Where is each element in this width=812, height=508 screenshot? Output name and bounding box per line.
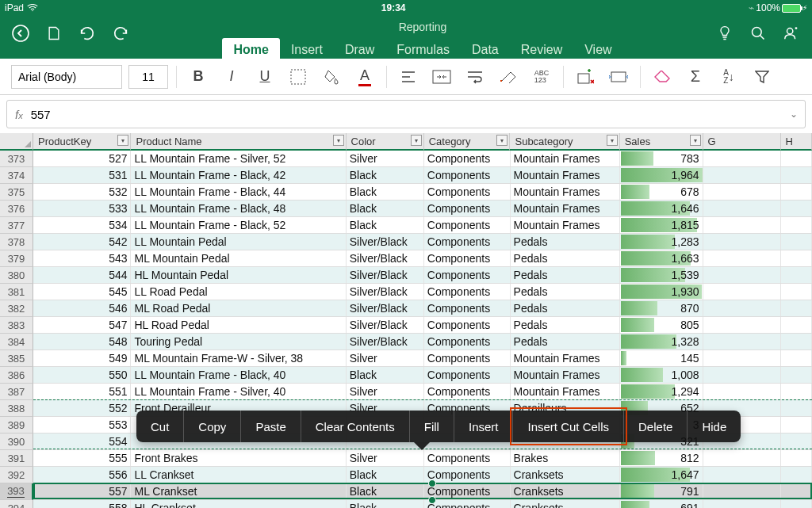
table-row[interactable]: 551LL Mountain Frame - Silver, 40SilverC… <box>33 384 812 400</box>
cell[interactable] <box>703 201 781 216</box>
cell[interactable]: Components <box>424 334 511 349</box>
cell[interactable]: 546 <box>33 300 131 316</box>
borders-button[interactable] <box>285 63 312 90</box>
cell[interactable]: Silver/Black <box>347 234 424 250</box>
undo-button[interactable] <box>78 24 97 43</box>
cell[interactable]: Cranksets <box>511 483 620 499</box>
table-row[interactable]: 548Touring PedalSilver/BlackComponentsPe… <box>33 334 812 350</box>
cell[interactable]: Silver <box>347 384 424 399</box>
row-header[interactable]: 386 <box>0 367 33 384</box>
cell[interactable] <box>781 167 812 183</box>
cell[interactable] <box>703 467 781 483</box>
table-row[interactable]: 534LL Mountain Frame - Black, 52BlackCom… <box>33 217 812 234</box>
cell[interactable]: Pedals <box>511 334 620 349</box>
cell[interactable]: 812 <box>620 450 703 466</box>
table-row[interactable]: 527LL Mountain Frame - Silver, 52SilverC… <box>33 151 812 167</box>
cell[interactable]: LL Mountain Frame - Black, 42 <box>131 167 346 183</box>
cell[interactable] <box>781 267 812 283</box>
redo-button[interactable] <box>111 24 130 43</box>
cell[interactable]: Mountain Frames <box>511 167 620 183</box>
cell[interactable]: 791 <box>620 483 703 499</box>
row-header[interactable]: 391 <box>0 450 33 467</box>
cell[interactable]: Components <box>424 384 511 399</box>
cell[interactable] <box>703 384 781 399</box>
column-header[interactable]: Sales▾ <box>620 133 703 151</box>
cell[interactable]: 533 <box>33 201 131 216</box>
cell[interactable] <box>703 367 781 383</box>
cell[interactable]: Components <box>424 300 511 316</box>
row-header[interactable]: 384 <box>0 334 33 350</box>
cell[interactable] <box>703 350 781 366</box>
wrap-text-button[interactable] <box>462 63 488 90</box>
cell[interactable]: 1,328 <box>620 334 703 349</box>
cell[interactable]: Black <box>347 467 424 483</box>
cell[interactable] <box>703 483 781 499</box>
cell[interactable]: 552 <box>33 400 131 416</box>
cell[interactable]: 1,647 <box>620 467 703 483</box>
cell[interactable] <box>703 151 781 166</box>
cell[interactable]: LL Mountain Frame - Silver, 40 <box>131 384 346 399</box>
cell[interactable]: Components <box>424 367 511 383</box>
row-header[interactable]: 387 <box>0 384 33 400</box>
cell[interactable]: Components <box>424 284 511 300</box>
cell[interactable]: LL Mountain Pedal <box>131 234 346 250</box>
table-row[interactable]: 532LL Mountain Frame - Black, 44BlackCom… <box>33 184 812 201</box>
cell[interactable] <box>703 284 781 300</box>
cell[interactable]: Pedals <box>511 284 620 300</box>
cell[interactable] <box>781 500 812 508</box>
cell[interactable]: 555 <box>33 450 131 466</box>
context-menu-item[interactable]: Insert <box>454 411 514 442</box>
font-name-select[interactable]: Arial (Body) <box>11 65 122 89</box>
cell[interactable] <box>781 334 812 349</box>
filter-dropdown-icon[interactable]: ▾ <box>411 135 422 146</box>
cell[interactable] <box>781 350 812 366</box>
cell[interactable]: 547 <box>33 317 131 333</box>
table-row[interactable]: 543ML Mountain PedalSilver/BlackComponen… <box>33 250 812 267</box>
cell[interactable]: Mountain Frames <box>511 350 620 366</box>
cell[interactable]: Pedals <box>511 300 620 316</box>
cell[interactable]: 554 <box>33 434 131 449</box>
cell[interactable] <box>781 217 812 233</box>
cell[interactable]: 691 <box>620 500 703 508</box>
cell[interactable]: 544 <box>33 267 131 283</box>
selection-handle[interactable] <box>428 479 436 487</box>
context-menu-item[interactable]: Fill <box>410 411 454 442</box>
tab-formulas[interactable]: Formulas <box>385 38 461 62</box>
cell[interactable]: 553 <box>33 417 131 433</box>
row-header[interactable]: 374 <box>0 167 33 184</box>
cell[interactable]: 543 <box>33 250 131 266</box>
row-header[interactable]: 376 <box>0 201 33 217</box>
tell-me-icon[interactable] <box>715 24 734 43</box>
cell[interactable]: Black <box>347 500 424 508</box>
font-color-button[interactable]: A <box>351 63 378 90</box>
cell[interactable]: 556 <box>33 467 131 483</box>
cell[interactable]: Black <box>347 217 424 233</box>
context-menu-item[interactable]: Insert Cut Cells <box>513 411 624 442</box>
cell[interactable]: Black <box>347 201 424 216</box>
cell[interactable] <box>781 367 812 383</box>
search-icon[interactable] <box>749 24 768 43</box>
row-header[interactable]: 379 <box>0 250 33 267</box>
cell[interactable]: Components <box>424 450 511 466</box>
row-header[interactable]: 377 <box>0 217 33 234</box>
cell[interactable] <box>781 417 812 433</box>
row-header[interactable]: 394 <box>0 500 33 508</box>
cell[interactable] <box>703 217 781 233</box>
tab-review[interactable]: Review <box>510 38 573 62</box>
tab-insert[interactable]: Insert <box>280 38 334 62</box>
cell[interactable]: Pedals <box>511 317 620 333</box>
cell[interactable]: Mountain Frames <box>511 201 620 216</box>
context-menu-item[interactable]: Cut <box>136 411 184 442</box>
cell[interactable]: Black <box>347 184 424 200</box>
cell[interactable] <box>703 234 781 250</box>
row-header[interactable]: 382 <box>0 300 33 317</box>
cell[interactable] <box>703 250 781 266</box>
cell[interactable]: ML Mountain Frame-W - Silver, 38 <box>131 350 346 366</box>
cell[interactable]: Components <box>424 167 511 183</box>
table-row[interactable]: 546ML Road PedalSilver/BlackComponentsPe… <box>33 300 812 317</box>
column-header[interactable]: H <box>781 133 812 151</box>
cell[interactable]: 557 <box>33 483 131 499</box>
cell[interactable]: LL Mountain Frame - Black, 52 <box>131 217 346 233</box>
cell[interactable]: Mountain Frames <box>511 151 620 166</box>
cell[interactable]: Components <box>424 467 511 483</box>
